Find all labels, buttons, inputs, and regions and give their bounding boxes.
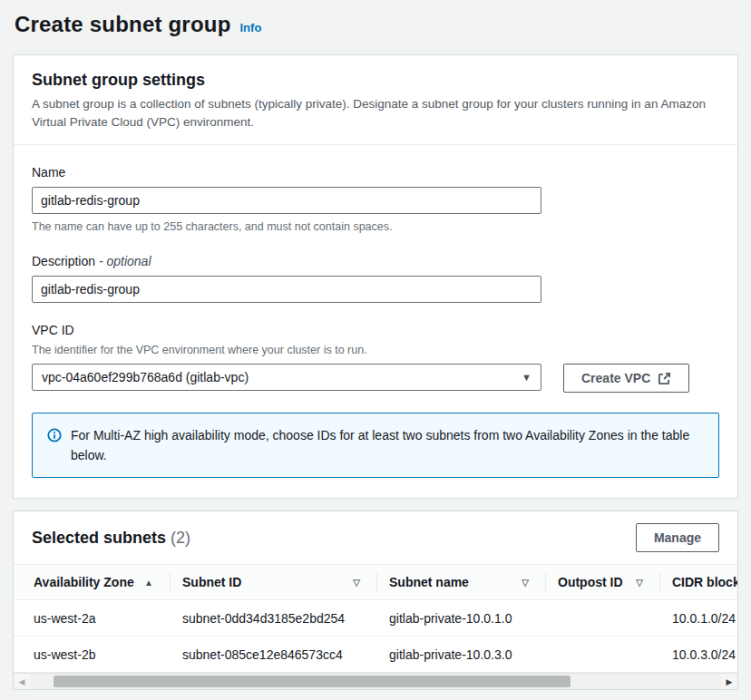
column-label: Subnet ID: [182, 575, 241, 589]
subnet-group-settings-card: Subnet group settings A subnet group is …: [13, 54, 738, 499]
cell-subnet-name: gitlab-private-10.0.3.0: [376, 647, 545, 662]
sort-icon[interactable]: ▽: [636, 578, 643, 588]
settings-description: A subnet group is a collection of subnet…: [32, 95, 719, 131]
manage-button[interactable]: Manage: [636, 523, 719, 552]
subnets-table-viewport: Availability Zone ▲ Subnet ID ▽ Subnet n…: [14, 564, 737, 673]
column-label: Availability Zone: [34, 575, 134, 589]
description-field-group: Description - optional: [32, 252, 719, 303]
vpc-controls-row: vpc-04a60ef299b768a6d (gitlab-vpc) ▼ Cre…: [32, 364, 719, 393]
page-header: Create subnet group Info: [15, 9, 738, 39]
name-hint: The name can have up to 255 characters, …: [32, 219, 719, 234]
description-label: Description - optional: [32, 252, 719, 270]
scrollbar-track[interactable]: [30, 674, 721, 689]
selected-subnets-card: Selected subnets (2) Manage Availability…: [13, 510, 738, 690]
horizontal-scrollbar[interactable]: ◀ ▶: [14, 673, 737, 689]
settings-card-body: Name The name can have up to 255 charact…: [14, 145, 737, 498]
column-header-subnet-id[interactable]: Subnet ID ▽: [170, 565, 376, 599]
column-header-outpost-id[interactable]: Outpost ID ▽: [545, 565, 659, 599]
chevron-down-icon: ▼: [522, 372, 532, 383]
cell-cidr-block: 10.0.1.0/24: [659, 611, 737, 626]
sort-icon[interactable]: ▽: [353, 578, 360, 588]
vpc-field-group: VPC ID The identifier for the VPC enviro…: [32, 321, 719, 393]
column-label: Outpost ID: [558, 575, 623, 589]
vpc-selected-option: vpc-04a60ef299b768a6d (gitlab-vpc): [42, 370, 249, 384]
create-vpc-label: Create VPC: [581, 371, 650, 385]
external-link-icon: [658, 372, 671, 385]
settings-card-header: Subnet group settings A subnet group is …: [14, 55, 737, 145]
info-circle-icon: [47, 428, 62, 442]
create-subnet-group-page: Create subnet group Info Subnet group se…: [0, 0, 751, 690]
vpc-hint: The identifier for the VPC environment w…: [32, 343, 719, 357]
info-alert-text: For Multi-AZ high availability mode, cho…: [71, 425, 704, 465]
column-header-cidr-block[interactable]: CIDR block: [659, 565, 737, 599]
cell-availability-zone: us-west-2b: [14, 647, 170, 662]
selected-subnets-heading: Selected subnets (2): [32, 528, 190, 548]
cell-cidr-block: 10.0.3.0/24: [659, 647, 737, 662]
description-label-text: Description: [32, 254, 95, 268]
column-header-availability-zone[interactable]: Availability Zone ▲: [14, 565, 170, 599]
vpc-label: VPC ID: [32, 321, 719, 339]
description-optional-text: - optional: [99, 254, 151, 268]
name-field-group: Name The name can have up to 255 charact…: [32, 163, 719, 234]
settings-heading: Subnet group settings: [32, 70, 719, 90]
cell-subnet-id: subnet-085ce12e846573cc4: [170, 647, 376, 662]
column-label: Subnet name: [389, 575, 469, 589]
scroll-left-icon[interactable]: ◀: [14, 674, 30, 689]
sort-icon[interactable]: ▽: [522, 578, 529, 588]
scrollbar-thumb[interactable]: [54, 676, 571, 687]
name-input[interactable]: [32, 187, 541, 214]
scroll-right-icon[interactable]: ▶: [721, 674, 737, 689]
selected-subnets-header: Selected subnets (2) Manage: [14, 511, 737, 564]
vpc-select[interactable]: vpc-04a60ef299b768a6d (gitlab-vpc) ▼: [32, 364, 541, 391]
description-input[interactable]: [32, 276, 541, 303]
name-label: Name: [32, 163, 719, 181]
info-alert: For Multi-AZ high availability mode, cho…: [32, 413, 719, 478]
page-title: Create subnet group: [15, 9, 231, 39]
cell-subnet-id: subnet-0dd34d3185e2bd254: [170, 611, 376, 626]
cell-subnet-name: gitlab-private-10.0.1.0: [376, 611, 545, 626]
table-row[interactable]: us-west-2b subnet-085ce12e846573cc4 gitl…: [14, 637, 737, 673]
table-row[interactable]: us-west-2a subnet-0dd34d3185e2bd254 gitl…: [14, 600, 737, 637]
cell-availability-zone: us-west-2a: [14, 611, 170, 626]
info-link[interactable]: Info: [240, 21, 262, 34]
sort-ascending-icon[interactable]: ▲: [144, 578, 153, 588]
subnets-table-header-row: Availability Zone ▲ Subnet ID ▽ Subnet n…: [14, 564, 737, 600]
subnets-table: Availability Zone ▲ Subnet ID ▽ Subnet n…: [14, 564, 737, 673]
selected-subnets-title-text: Selected subnets: [32, 529, 166, 547]
column-header-subnet-name[interactable]: Subnet name ▽: [376, 565, 545, 599]
column-label: CIDR block: [672, 575, 737, 589]
selected-subnets-count: (2): [171, 529, 190, 547]
create-vpc-button[interactable]: Create VPC: [563, 364, 689, 393]
